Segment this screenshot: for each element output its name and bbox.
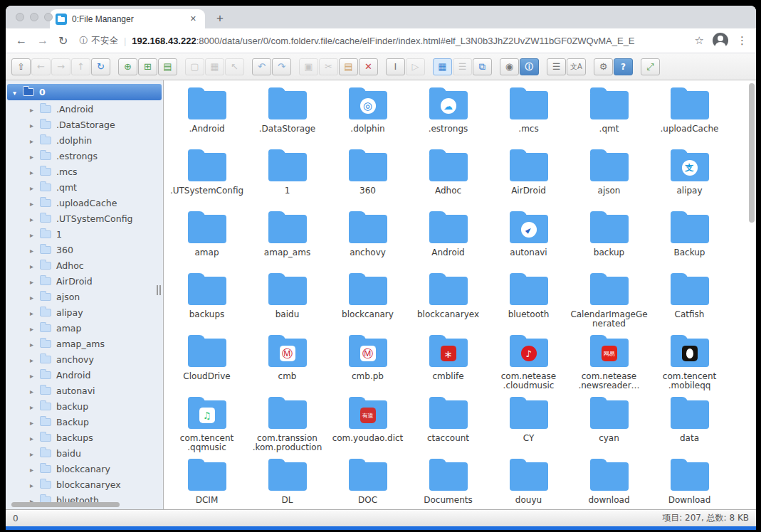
reload-icon[interactable]: ↻ [58,34,68,48]
sidebar-tree-item[interactable]: 1 [6,226,163,242]
sidebar-tree-item[interactable]: .mcs [6,164,163,179]
sidebar-tree-item[interactable]: .qmt [6,179,163,195]
grid-folder-item[interactable]: backups [167,270,247,332]
close-tab-icon[interactable]: ✕ [187,13,199,25]
fullscreen-button[interactable]: ⤢ [641,58,660,75]
grid-folder-item[interactable]: .dolphin [327,85,408,147]
expand-arrow-icon[interactable] [30,323,38,334]
reload-button[interactable]: ↻ [91,58,110,75]
expand-arrow-icon[interactable] [30,198,38,208]
close-window-button[interactable] [16,13,24,21]
sidebar-tree-item[interactable]: anchovy [6,351,163,367]
grid-folder-item[interactable]: com.youdao.dict [327,394,408,456]
help-button[interactable]: ? [614,58,633,75]
grid-folder-item[interactable]: 360 [327,147,408,208]
grid-folder-item[interactable]: CalendarImageGe nerated [569,270,649,332]
expand-arrow-icon[interactable] [30,292,38,302]
zoom-window-button[interactable] [44,13,53,21]
grid-folder-item[interactable]: data [649,394,730,456]
back-icon[interactable]: ← [16,34,27,47]
profile-avatar[interactable] [713,33,728,48]
grid-folder-item[interactable]: DCIM [167,456,247,509]
sort-button[interactable]: ☰ [547,58,566,75]
expand-arrow-icon[interactable] [30,135,38,146]
sidebar-tree-item[interactable]: blockcanaryex [6,477,163,492]
save-file-button[interactable]: ▦ [205,58,224,75]
expand-arrow-icon[interactable] [30,448,38,459]
new-tab-button[interactable]: + [212,11,228,26]
expand-arrow-icon[interactable] [30,464,38,474]
grid-folder-item[interactable]: CY [488,394,569,456]
undo-button[interactable]: ↶ [252,58,271,75]
grid-folder-item[interactable]: douyu [488,456,569,509]
up-button[interactable]: ↑ [71,58,90,75]
grid-folder-item[interactable]: com.tencent .mobileqq [649,332,730,394]
view-icons-button[interactable]: ▦ [433,58,452,75]
delete-button[interactable]: ✕ [359,58,378,75]
sidebar-tree-item[interactable]: .Android [6,101,163,117]
grid-folder-item[interactable]: ajson [569,147,649,208]
browser-tab[interactable]: 0:File Mananger ✕ [50,9,205,28]
up-to-parent-button[interactable]: ⇧ [11,58,31,75]
sidebar-tree-item[interactable]: blockcanary [6,461,163,477]
sidebar-tree-item[interactable]: 360 [6,242,163,257]
expand-arrow-icon[interactable] [30,479,38,490]
grid-folder-item[interactable]: ctaccount [408,394,488,456]
grid-folder-item[interactable]: .uploadCache [649,85,730,147]
back-button[interactable]: ← [31,58,51,75]
expand-arrow-icon[interactable] [30,385,38,396]
grid-folder-item[interactable]: com.transsion .kom.production [247,394,327,456]
grid-folder-item[interactable]: Download [649,456,730,509]
grid-folder-item[interactable]: CloudDrive [167,332,247,394]
sidebar-tree-item[interactable]: AirDroid [6,273,163,289]
grid-folder-item[interactable]: Documents [408,456,488,509]
sidebar-tree-item[interactable]: Backup [6,414,163,430]
expand-arrow-icon[interactable] [30,166,38,177]
expand-arrow-icon[interactable] [30,339,38,349]
paste-button[interactable]: ▤ [339,58,358,75]
grid-folder-item[interactable]: alipay [649,147,730,208]
grid-folder-item[interactable]: amap [167,208,247,270]
grid-folder-item[interactable]: .DataStorage [247,85,327,147]
sidebar-tree-item[interactable]: .DataStorage [6,117,163,132]
grid-folder-item[interactable]: Android [408,208,488,270]
expand-arrow-icon[interactable] [30,213,38,224]
browser-menu-icon[interactable]: ⋮ [737,34,747,47]
sidebar-tree-item[interactable]: amap_ams [6,336,163,351]
grid-folder-item[interactable]: backup [569,208,649,270]
bookmark-star-icon[interactable]: ☆ [695,34,704,47]
sidebar-tree-item[interactable]: .estrongs [6,148,163,164]
preview-button[interactable]: ◉ [500,58,519,75]
copy-button[interactable]: ▣ [299,58,318,75]
grid-folder-item[interactable]: DOC [327,456,408,509]
grid-folder-item[interactable]: blockcanaryex [408,270,488,332]
expand-arrow-icon[interactable] [30,182,38,193]
redo-button[interactable]: ↷ [272,58,291,75]
edit-button[interactable]: ▷ [406,58,425,75]
grid-folder-item[interactable]: amap_ams [247,208,327,270]
sidebar-tree-item[interactable]: alipay [6,304,163,320]
grid-folder-item[interactable]: .mcs [488,85,569,147]
grid-folder-item[interactable]: AirDroid [488,147,569,208]
sidebar-tree-item[interactable]: amap [6,320,163,336]
grid-folder-item[interactable]: com.netease .newsreader… [569,332,649,394]
rename-button[interactable]: I [386,58,405,75]
grid-folder-item[interactable]: Adhoc [408,147,488,208]
grid-folder-item[interactable]: .qmt [569,85,649,147]
sidebar-item-root-0[interactable]: 0 [7,84,162,100]
new-file-button[interactable]: ⊞ [138,58,157,75]
select-pointer-button[interactable]: ↖ [225,58,244,75]
expand-arrow-icon[interactable] [30,432,38,443]
sidebar-tree-item[interactable]: Adhoc [6,257,163,273]
expand-arrow-icon[interactable] [30,260,38,271]
omnibox[interactable]: ⓘ 不安全 | 192.168.43.222 :8000/data/user/0… [79,35,688,47]
expand-arrow-icon[interactable] [30,354,38,365]
expand-arrow-icon[interactable] [30,245,38,255]
expand-arrow-icon[interactable] [30,370,38,381]
grid-folder-item[interactable]: 1 [247,147,327,208]
info-button[interactable]: ⓘ [520,58,539,75]
collapse-arrow-icon[interactable] [13,87,21,97]
grid-folder-item[interactable]: cmblife [408,332,488,394]
new-folder-button[interactable]: ⊕ [118,58,137,75]
expand-arrow-icon[interactable] [30,119,38,130]
